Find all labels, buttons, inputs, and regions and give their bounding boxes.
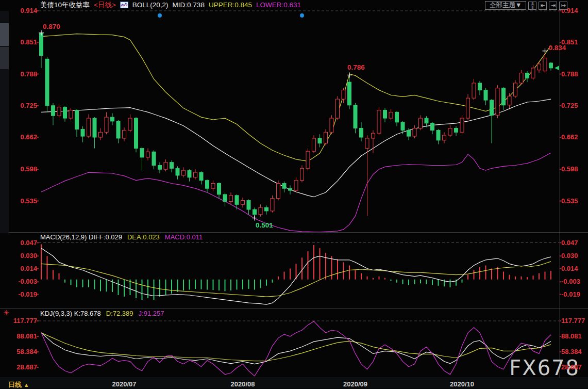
period-tab[interactable]: 日线 ▲ [8,380,29,389]
event-dot[interactable] [300,13,304,18]
top-controls: 全部主题▼ ╬ ⇤ ⇥ ↦ [485,1,567,10]
kdj-d-value: D:72.389 [106,310,133,317]
timeline-bar[interactable] [0,378,588,388]
candles-layer [40,33,553,218]
last-price-marker [555,66,559,70]
macd-params-diff: MACD(26,12,9) DIFF:0.029 [40,233,122,241]
indicator-chart-icon [120,2,128,8]
live-indicator-icon: ☀ [3,309,10,317]
left-toolbar[interactable] [0,11,9,233]
theme-selector-button[interactable]: 全部主题▼ [485,1,526,10]
instrument-title: 美债10年收益率 [40,1,90,10]
macd-header: MACD(26,12,9) DIFF:0.029 DEA:0.023 MACD:… [40,233,203,241]
kdj-layer [41,321,551,376]
shift-right-icon[interactable]: ↦ [559,2,567,10]
boll-params: BOLL(20,2) [132,1,169,9]
compress-axis-icon[interactable]: ⇤ [539,2,547,10]
crosshair-icon[interactable]: ╬ [528,2,536,10]
kdj-j-value: J:91.257 [139,310,164,317]
toolbar-block[interactable] [0,23,9,46]
period-tab-label: 日线 [8,381,22,388]
boll-mid-value: MID:0.738 [173,1,205,9]
toolbar-block[interactable] [0,47,9,69]
price-annotation: 0.870 [43,23,60,30]
chart-header: 美债10年收益率 <日线> BOLL(20,2) MID:0.738 UPPER… [40,1,301,9]
expand-axis-icon[interactable]: ⇥ [549,2,557,10]
macd-layer [41,245,551,305]
triangle-up-icon: ▲ [24,382,29,388]
period-tag[interactable]: <日线> [94,1,116,10]
watermark: FX678 [509,356,580,380]
kdj-params-k: KDJ(9,3,3) K:78.678 [40,310,101,317]
boll-lower-value: LOWER:0.631 [256,1,301,9]
macd-value: MACD:0.011 [165,233,203,241]
trading-chart-window: 0.8700.7860.8340.501 美债10年收益率 <日线> BOLL(… [0,0,588,389]
price-annotation: 0.501 [256,221,273,229]
chart-canvas[interactable]: 0.8700.7860.8340.501 [0,0,588,389]
macd-dea-value: DEA:0.023 [127,233,160,241]
gridlines [37,11,561,378]
price-annotation: 0.834 [549,44,566,52]
price-annotation: 0.786 [347,63,365,71]
kdj-header: KDJ(9,3,3) K:78.678 D:72.389 J:91.257 [40,310,164,317]
event-dot[interactable] [158,13,162,18]
boll-upper-value: UPPER:0.845 [209,1,252,9]
